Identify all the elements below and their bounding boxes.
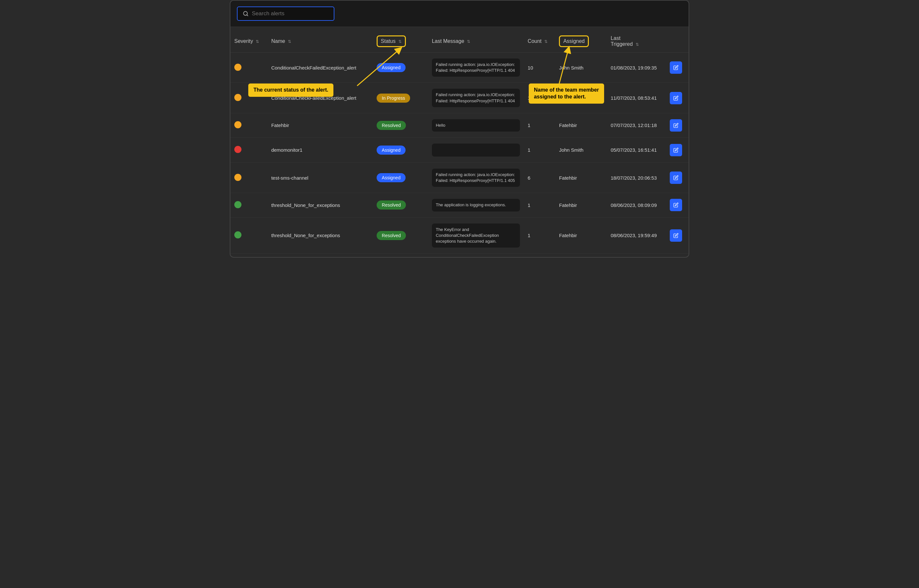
cell-action	[666, 217, 689, 254]
lastmsg-sort-icon[interactable]: ⇅	[467, 39, 470, 44]
edit-icon	[673, 175, 678, 180]
cell-severity	[230, 137, 267, 162]
table-row: demomonitor1 Assigned 1 John Smith 05/07…	[230, 137, 689, 162]
table-body: ConditionalCheckFailedException_alert As…	[230, 53, 689, 254]
status-badge: Assigned	[377, 63, 406, 72]
edit-icon	[673, 65, 678, 70]
table-header: Severity ⇅ Name ⇅ Status ⇅ Last	[230, 30, 689, 53]
edit-button[interactable]	[670, 229, 682, 242]
message-box: Failed running action: java.io.IOExcepti…	[432, 58, 520, 77]
status-badge: Resolved	[377, 200, 406, 210]
header-status[interactable]: Status ⇅	[373, 30, 428, 53]
cell-last-message	[428, 137, 524, 162]
cell-last-triggered: 05/07/2023, 16:51:41	[607, 137, 665, 162]
cell-severity	[230, 113, 267, 137]
message-box: The application is logging exceptions.	[432, 199, 520, 211]
cell-severity	[230, 83, 267, 113]
header-severity[interactable]: Severity ⇅	[230, 30, 267, 53]
header-last-message[interactable]: Last Message ⇅	[428, 30, 524, 53]
cell-last-message: Failed running action: java.io.IOExcepti…	[428, 83, 524, 113]
edit-button[interactable]	[670, 119, 682, 132]
search-box[interactable]	[237, 6, 334, 21]
status-sort-icon[interactable]: ⇅	[398, 39, 402, 44]
edit-icon	[673, 95, 678, 101]
cell-assigned: John Smith	[555, 53, 607, 83]
cell-assigned: Fatehbir	[555, 193, 607, 217]
cell-action	[666, 162, 689, 193]
cell-severity	[230, 162, 267, 193]
header-assigned[interactable]: Assigned	[555, 30, 607, 53]
message-box	[432, 144, 520, 157]
edit-button[interactable]	[670, 92, 682, 104]
cell-last-message: Hello	[428, 113, 524, 137]
header-count[interactable]: Count ⇅	[524, 30, 555, 53]
edit-icon	[673, 123, 678, 128]
cell-count: 10	[524, 83, 555, 113]
cell-name: threshold_None_for_exceptions	[267, 193, 373, 217]
count-sort-icon[interactable]: ⇅	[544, 39, 548, 44]
cell-count: 6	[524, 162, 555, 193]
name-sort-icon[interactable]: ⇅	[288, 39, 291, 44]
assigned-header-highlight: Assigned	[559, 36, 589, 47]
cell-status: In Progress	[373, 83, 428, 113]
lasttriggered-sort-icon[interactable]: ⇅	[636, 42, 639, 47]
main-content: Severity ⇅ Name ⇅ Status ⇅ Last	[230, 27, 689, 257]
cell-name: threshold_None_for_exceptions	[267, 217, 373, 254]
edit-button[interactable]	[670, 171, 682, 184]
severity-sort-icon[interactable]: ⇅	[256, 39, 259, 44]
cell-action	[666, 137, 689, 162]
severity-dot	[234, 231, 241, 239]
cell-severity	[230, 193, 267, 217]
status-badge: Assigned	[377, 145, 406, 155]
header-name[interactable]: Name ⇅	[267, 30, 373, 53]
cell-assigned: Fatehbir	[555, 113, 607, 137]
edit-button[interactable]	[670, 61, 682, 74]
cell-count: 10	[524, 53, 555, 83]
message-box: The KeyError and ConditionalCheckFailedE…	[432, 223, 520, 248]
message-box: Hello	[432, 119, 520, 132]
table-row: ConditionalCheckFailedException_alert In…	[230, 83, 689, 113]
cell-last-message: The application is logging exceptions.	[428, 193, 524, 217]
cell-last-triggered: 08/06/2023, 19:59:49	[607, 217, 665, 254]
edit-icon	[673, 147, 678, 153]
table-row: threshold_None_for_exceptions Resolved T…	[230, 193, 689, 217]
svg-line-1	[247, 15, 248, 16]
table-row: threshold_None_for_exceptions Resolved T…	[230, 217, 689, 254]
status-header-highlight: Status ⇅	[377, 36, 406, 47]
table-row: ConditionalCheckFailedException_alert As…	[230, 53, 689, 83]
cell-count: 1	[524, 217, 555, 254]
cell-status: Assigned	[373, 162, 428, 193]
cell-assigned: Fatehbir	[555, 217, 607, 254]
cell-action	[666, 113, 689, 137]
cell-last-message: The KeyError and ConditionalCheckFailedE…	[428, 217, 524, 254]
header-last-triggered[interactable]: LastTriggered ⇅	[607, 30, 665, 53]
status-badge: In Progress	[377, 94, 411, 103]
header-action	[666, 30, 689, 53]
cell-name: Fatehbir	[267, 113, 373, 137]
top-bar	[230, 1, 689, 27]
cell-name: test-sms-channel	[267, 162, 373, 193]
severity-dot	[234, 146, 241, 153]
cell-last-triggered: 08/06/2023, 08:09:09	[607, 193, 665, 217]
edit-button[interactable]	[670, 199, 682, 211]
cell-severity	[230, 53, 267, 83]
message-box: Failed running action: java.io.IOExcepti…	[432, 89, 520, 107]
table-row: Fatehbir Resolved Hello 1 Fatehbir 07/07…	[230, 113, 689, 137]
cell-last-message: Failed running action: java.io.IOExcepti…	[428, 53, 524, 83]
cell-name: ConditionalCheckFailedException_alert	[267, 53, 373, 83]
cell-last-triggered: 18/07/2023, 20:06:53	[607, 162, 665, 193]
status-badge: Resolved	[377, 121, 406, 130]
cell-status: Resolved	[373, 193, 428, 217]
severity-dot	[234, 64, 241, 71]
severity-dot	[234, 121, 241, 128]
cell-count: 1	[524, 137, 555, 162]
cell-last-message: Failed running action: java.io.IOExcepti…	[428, 162, 524, 193]
search-input[interactable]	[252, 10, 328, 17]
cell-last-triggered: 07/07/2023, 12:01:18	[607, 113, 665, 137]
cell-count: 1	[524, 113, 555, 137]
cell-status: Assigned	[373, 137, 428, 162]
cell-last-triggered: 11/07/2023, 08:53:41	[607, 83, 665, 113]
table-row: test-sms-channel Assigned Failed running…	[230, 162, 689, 193]
edit-button[interactable]	[670, 144, 682, 156]
cell-status: Resolved	[373, 113, 428, 137]
